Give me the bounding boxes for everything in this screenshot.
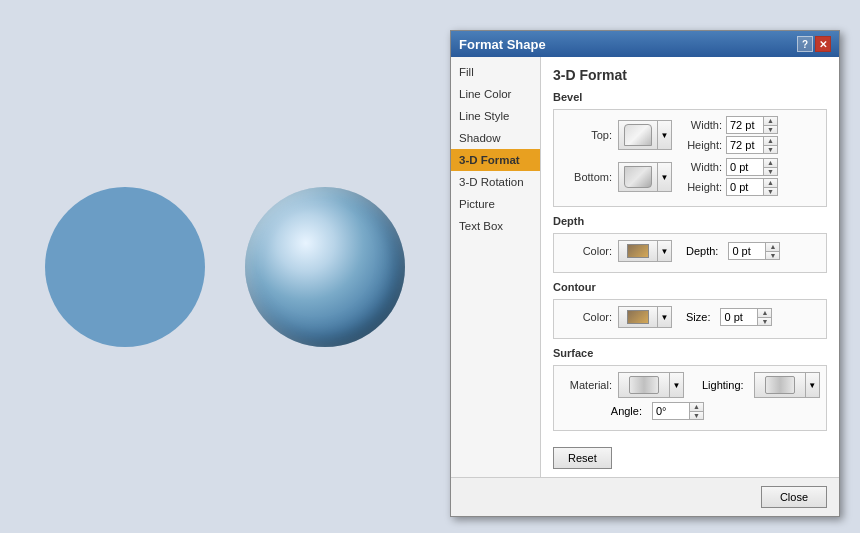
bottom-bevel-values: Width: ▲ ▼ Height:	[678, 158, 778, 196]
bottom-width-input[interactable]	[727, 159, 765, 175]
nav-item-text-box[interactable]: Text Box	[451, 215, 540, 237]
dialog-body: Fill Line Color Line Style Shadow 3-D Fo…	[451, 57, 839, 477]
top-width-spinbox[interactable]: ▲ ▼	[726, 116, 778, 134]
titlebar-buttons: ? ✕	[797, 36, 831, 52]
top-bevel-row: Top: ▼ Width: ▲	[562, 116, 818, 154]
help-button[interactable]: ?	[797, 36, 813, 52]
surface-angle-row: Angle: ▲ ▼	[562, 402, 818, 420]
angle-up[interactable]: ▲	[690, 403, 703, 412]
lighting-icon	[765, 376, 795, 394]
top-label: Top:	[562, 129, 612, 141]
angle-label: Angle:	[562, 405, 642, 417]
material-icon	[629, 376, 659, 394]
contour-color-dropdown[interactable]: ▼	[658, 306, 672, 328]
lighting-button[interactable]	[754, 372, 806, 398]
bottom-height-arrows: ▲ ▼	[763, 179, 777, 195]
bottom-height-spinbox[interactable]: ▲ ▼	[726, 178, 778, 196]
bottom-width-label: Width:	[678, 161, 722, 173]
bottom-height-label: Height:	[678, 181, 722, 193]
contour-color-button[interactable]	[618, 306, 658, 328]
top-height-up[interactable]: ▲	[764, 137, 777, 146]
contour-group-label: Contour	[553, 281, 827, 293]
depth-color-button[interactable]	[618, 240, 658, 262]
depth-input[interactable]	[729, 243, 767, 259]
section-title: 3-D Format	[553, 67, 827, 83]
dialog-titlebar: Format Shape ? ✕	[451, 31, 839, 57]
top-bevel-button[interactable]	[618, 120, 658, 150]
contour-color-swatch	[627, 310, 649, 324]
top-width-label: Width:	[678, 119, 722, 131]
top-height-label: Height:	[678, 139, 722, 151]
angle-input[interactable]	[653, 403, 691, 419]
nav-item-3d-format[interactable]: 3-D Format	[451, 149, 540, 171]
dialog-footer: Close	[451, 477, 839, 516]
material-dropdown[interactable]: ▼	[670, 372, 684, 398]
top-bevel-icon	[624, 124, 652, 146]
depth-up[interactable]: ▲	[766, 243, 779, 252]
depth-down[interactable]: ▼	[766, 252, 779, 260]
contour-size-up[interactable]: ▲	[758, 309, 771, 318]
bottom-height-up[interactable]: ▲	[764, 179, 777, 188]
top-width-up[interactable]: ▲	[764, 117, 777, 126]
lighting-label: Lighting:	[702, 379, 744, 391]
top-bevel-button-group: ▼	[618, 120, 672, 150]
contour-size-spinbox[interactable]: ▲ ▼	[720, 308, 772, 326]
material-button[interactable]	[618, 372, 670, 398]
bottom-bevel-button[interactable]	[618, 162, 658, 192]
bottom-height-input[interactable]	[727, 179, 765, 195]
contour-size-input[interactable]	[721, 309, 759, 325]
contour-color-label: Color:	[562, 311, 612, 323]
dialog-title: Format Shape	[459, 37, 546, 52]
nav-item-fill[interactable]: Fill	[451, 61, 540, 83]
top-height-down[interactable]: ▼	[764, 146, 777, 154]
bottom-bevel-row: Bottom: ▼ Width: ▲	[562, 158, 818, 196]
angle-spinbox[interactable]: ▲ ▼	[652, 402, 704, 420]
top-width-arrows: ▲ ▼	[763, 117, 777, 133]
contour-color-button-wrap: ▼	[618, 306, 672, 328]
surface-group-label: Surface	[553, 347, 827, 359]
bottom-bevel-dropdown[interactable]: ▼	[658, 162, 672, 192]
depth-spinbox[interactable]: ▲ ▼	[728, 242, 780, 260]
angle-down[interactable]: ▼	[690, 412, 703, 420]
top-height-arrows: ▲ ▼	[763, 137, 777, 153]
depth-color-swatch	[627, 244, 649, 258]
top-height-spinbox[interactable]: ▲ ▼	[726, 136, 778, 154]
top-bevel-values: Width: ▲ ▼ Height:	[678, 116, 778, 154]
depth-group-label: Depth	[553, 215, 827, 227]
top-height-input[interactable]	[727, 137, 765, 153]
surface-material-row: Material: ▼ Lighting: ▼	[562, 372, 818, 398]
bottom-bevel-icon	[624, 166, 652, 188]
nav-item-line-color[interactable]: Line Color	[451, 83, 540, 105]
3d-circle	[245, 187, 405, 347]
bottom-width-up[interactable]: ▲	[764, 159, 777, 168]
nav-item-line-style[interactable]: Line Style	[451, 105, 540, 127]
dialog-content: 3-D Format Bevel Top: ▼ Width:	[541, 57, 839, 477]
close-button[interactable]: Close	[761, 486, 827, 508]
flat-circle	[45, 187, 205, 347]
bevel-group-label: Bevel	[553, 91, 827, 103]
depth-color-button-wrap: ▼	[618, 240, 672, 262]
material-button-wrap: ▼	[618, 372, 684, 398]
bottom-width-spinbox[interactable]: ▲ ▼	[726, 158, 778, 176]
nav-item-3d-rotation[interactable]: 3-D Rotation	[451, 171, 540, 193]
depth-value-label: Depth:	[686, 245, 718, 257]
contour-row: Color: ▼ Size: ▲ ▼	[562, 306, 818, 328]
depth-arrows: ▲ ▼	[765, 243, 779, 259]
material-label: Material:	[562, 379, 612, 391]
nav-item-picture[interactable]: Picture	[451, 193, 540, 215]
lighting-dropdown[interactable]: ▼	[806, 372, 820, 398]
bottom-height-down[interactable]: ▼	[764, 188, 777, 196]
nav-item-shadow[interactable]: Shadow	[451, 127, 540, 149]
top-bevel-dropdown[interactable]: ▼	[658, 120, 672, 150]
reset-button[interactable]: Reset	[553, 447, 612, 469]
bottom-label: Bottom:	[562, 171, 612, 183]
lighting-button-wrap: ▼	[754, 372, 820, 398]
top-width-down[interactable]: ▼	[764, 126, 777, 134]
depth-color-dropdown[interactable]: ▼	[658, 240, 672, 262]
dialog-close-icon-button[interactable]: ✕	[815, 36, 831, 52]
canvas-area	[0, 0, 450, 533]
depth-color-label: Color:	[562, 245, 612, 257]
contour-size-down[interactable]: ▼	[758, 318, 771, 326]
top-width-input[interactable]	[727, 117, 765, 133]
bottom-width-down[interactable]: ▼	[764, 168, 777, 176]
